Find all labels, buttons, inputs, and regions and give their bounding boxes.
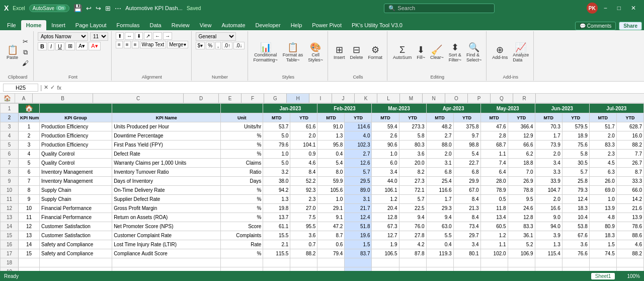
cell-M11[interactable]: 0.5 bbox=[480, 195, 508, 204]
tab-pk-utility[interactable]: PK's Utility Tool V3.0 bbox=[347, 20, 408, 30]
cell-I6[interactable]: 1.0 bbox=[372, 150, 399, 159]
cell-C3[interactable]: Units Produced per Hour bbox=[112, 122, 221, 131]
cell-F16[interactable]: 0.7 bbox=[290, 240, 317, 249]
formula-input[interactable] bbox=[63, 85, 641, 91]
cell-reference-input[interactable] bbox=[3, 84, 38, 92]
cell-J12[interactable]: 22.5 bbox=[399, 204, 426, 213]
col-header-G[interactable]: G bbox=[264, 94, 287, 103]
cell-M8[interactable]: 6.4 bbox=[480, 168, 508, 177]
cell-Q4[interactable]: 2.0 bbox=[589, 131, 616, 140]
cell-M14[interactable]: 60.5 bbox=[480, 222, 508, 231]
cell-A1[interactable]: 🏠 bbox=[19, 104, 40, 113]
cell-I1-Mar[interactable]: Mar-2023 bbox=[372, 104, 426, 113]
cell-O13[interactable]: 9.0 bbox=[535, 213, 562, 222]
cell-H9[interactable]: 29.5 bbox=[345, 177, 372, 186]
cell-E11[interactable]: 1.3 bbox=[263, 195, 290, 204]
header-q-mtd[interactable]: MTD bbox=[589, 113, 616, 122]
format-as-table-button[interactable]: 📋 Format asTable~ bbox=[281, 42, 305, 63]
cell-H16[interactable]: 1.5 bbox=[345, 240, 372, 249]
orientation-button[interactable]: ↗ bbox=[144, 32, 152, 40]
cell-L16[interactable]: 3.4 bbox=[453, 240, 480, 249]
cell-E5[interactable]: 79.6 bbox=[263, 140, 290, 150]
cell-F11[interactable]: 2.3 bbox=[290, 195, 317, 204]
cell-A13[interactable]: 11 bbox=[19, 213, 40, 222]
cell-P14[interactable]: 53.8 bbox=[562, 222, 589, 231]
cell-L13[interactable]: 8.4 bbox=[453, 213, 480, 222]
cell-R5[interactable]: 88.2 bbox=[616, 140, 643, 150]
minimize-button[interactable]: − bbox=[600, 5, 611, 12]
cell-Q13[interactable]: 4.8 bbox=[589, 213, 616, 222]
cell-O4[interactable]: 1.7 bbox=[535, 131, 562, 140]
cell-R12[interactable]: 21.6 bbox=[616, 204, 643, 213]
font-size-select[interactable]: 11 bbox=[90, 32, 108, 41]
cell-Q1-Jul[interactable]: Jul-2023 bbox=[589, 104, 643, 113]
cell-J6[interactable]: 3.6 bbox=[399, 150, 426, 159]
cell-A5[interactable]: 3 bbox=[19, 140, 40, 150]
cell-G10[interactable]: 105.6 bbox=[317, 186, 345, 195]
tab-help[interactable]: Help bbox=[286, 20, 307, 30]
cell-D3[interactable]: Units/hr bbox=[221, 122, 263, 131]
col-header-O[interactable]: O bbox=[445, 94, 468, 103]
cell-K17[interactable]: 119.3 bbox=[426, 249, 453, 258]
cell-E16[interactable]: 2.1 bbox=[263, 240, 290, 249]
cell-R14[interactable]: 78.6 bbox=[616, 222, 643, 231]
cell-N11[interactable]: 9.5 bbox=[508, 195, 535, 204]
cell-G9[interactable]: 59.9 bbox=[317, 177, 345, 186]
col-header-N[interactable]: N bbox=[423, 94, 445, 103]
cell-J9[interactable]: 27.3 bbox=[399, 177, 426, 186]
cell-P17[interactable]: 76.6 bbox=[562, 249, 589, 258]
cell-C9[interactable]: Days of Inventory bbox=[112, 177, 221, 186]
addins-button[interactable]: ⊕ Add-Ins bbox=[491, 44, 509, 61]
autosave-toggle[interactable]: AutoSave On bbox=[29, 5, 69, 12]
cell-Q5[interactable]: 83.3 bbox=[589, 140, 616, 150]
cell-E7[interactable]: 5.0 bbox=[263, 159, 290, 168]
cell-C17[interactable]: Compliance Audit Score bbox=[112, 249, 221, 258]
cell-F18[interactable] bbox=[290, 258, 317, 267]
cell-D7[interactable]: Claims bbox=[221, 159, 263, 168]
undo-icon[interactable]: ↩ bbox=[86, 5, 92, 12]
cell-E18[interactable] bbox=[263, 258, 290, 267]
cell-J11[interactable]: 5.7 bbox=[399, 195, 426, 204]
tab-file[interactable]: File bbox=[2, 20, 21, 30]
cell-L10[interactable]: 67.0 bbox=[453, 186, 480, 195]
cell-I14[interactable]: 67.3 bbox=[372, 222, 399, 231]
col-header-C[interactable]: C bbox=[93, 94, 184, 103]
cell-A12[interactable]: 10 bbox=[19, 204, 40, 213]
cell-H8[interactable]: 5.7 bbox=[345, 168, 372, 177]
sort-filter-button[interactable]: ⬍ Sort &Filter~ bbox=[447, 42, 463, 63]
cell-F4[interactable]: 2.0 bbox=[290, 131, 317, 140]
cell-Q8[interactable]: 6.3 bbox=[589, 168, 616, 177]
cell-D17[interactable]: % bbox=[221, 249, 263, 258]
cell-F8[interactable]: 8.4 bbox=[290, 168, 317, 177]
cell-M18[interactable] bbox=[480, 258, 508, 267]
font-color-button[interactable]: A▾ bbox=[89, 42, 100, 50]
cell-K3[interactable]: 48.2 bbox=[426, 122, 453, 131]
cell-P6[interactable]: 5.8 bbox=[562, 150, 589, 159]
cell-K15[interactable]: 5.5 bbox=[426, 231, 453, 240]
cell-F6[interactable]: 0.9 bbox=[290, 150, 317, 159]
cell-L3[interactable]: 375.8 bbox=[453, 122, 480, 131]
cell-I18[interactable] bbox=[372, 258, 399, 267]
decrease-decimal-button[interactable]: .0↓ bbox=[233, 42, 244, 49]
cell-R17[interactable]: 88.2 bbox=[616, 249, 643, 258]
tab-review[interactable]: Review bbox=[167, 20, 195, 30]
header-o-mtd[interactable]: MTD bbox=[535, 113, 562, 122]
cell-H14[interactable]: 51.8 bbox=[345, 222, 372, 231]
cell-styles-button[interactable]: 🎨 CellStyles~ bbox=[306, 42, 325, 63]
cell-G3[interactable]: 91.0 bbox=[317, 122, 345, 131]
col-header-R[interactable]: R bbox=[513, 94, 536, 103]
cell-A4[interactable]: 2 bbox=[19, 131, 40, 140]
tab-data[interactable]: Data bbox=[144, 20, 166, 30]
header-n-ytd[interactable]: YTD bbox=[508, 113, 535, 122]
cell-K16[interactable]: 0.4 bbox=[426, 240, 453, 249]
cell-R16[interactable]: 4.6 bbox=[616, 240, 643, 249]
cell-L18[interactable] bbox=[453, 258, 480, 267]
cell-M7[interactable]: 7.4 bbox=[480, 159, 508, 168]
italic-button[interactable]: I bbox=[48, 42, 54, 50]
cell-L6[interactable]: 5.4 bbox=[453, 150, 480, 159]
cell-E8[interactable]: 3.2 bbox=[263, 168, 290, 177]
header-j-ytd[interactable]: YTD bbox=[399, 113, 426, 122]
underline-button[interactable]: U bbox=[55, 42, 64, 50]
close-button[interactable]: ✕ bbox=[627, 5, 640, 12]
cell-H3[interactable]: 114.6 bbox=[345, 122, 372, 131]
